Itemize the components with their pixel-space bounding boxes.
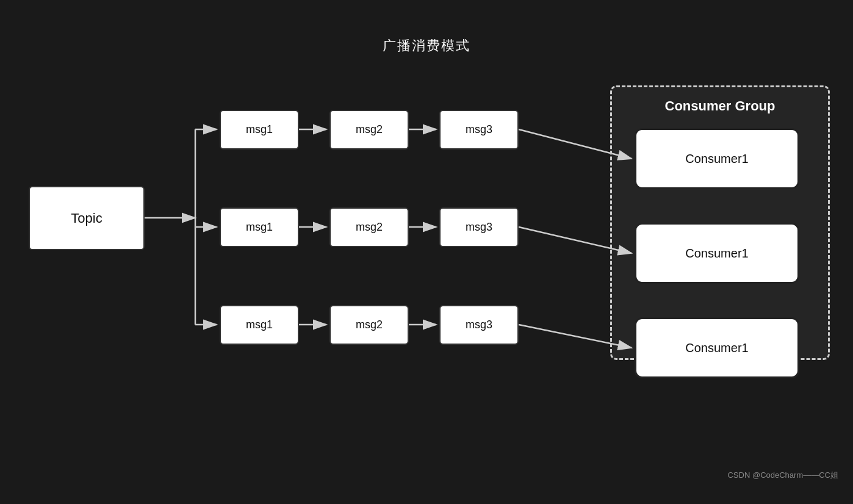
consumer-group-title: Consumer Group bbox=[612, 98, 828, 114]
page-title: 广播消费模式 bbox=[0, 0, 853, 55]
row3-msg3: msg3 bbox=[439, 305, 519, 345]
consumer2-box: Consumer1 bbox=[635, 223, 799, 284]
row1-msg1: msg1 bbox=[220, 110, 299, 149]
diagram: Topic msg1 msg2 msg3 msg1 msg2 msg3 msg1… bbox=[0, 73, 853, 488]
row3-msg2: msg2 bbox=[329, 305, 409, 345]
row2-msg3: msg3 bbox=[439, 207, 519, 247]
row2-msg1: msg1 bbox=[220, 207, 299, 247]
watermark: CSDN @CodeCharm——CC姐 bbox=[727, 470, 838, 481]
topic-box: Topic bbox=[29, 186, 145, 250]
row3-msg1: msg1 bbox=[220, 305, 299, 345]
row1-msg2: msg2 bbox=[329, 110, 409, 149]
consumer1-box: Consumer1 bbox=[635, 128, 799, 189]
row1-msg3: msg3 bbox=[439, 110, 519, 149]
row2-msg2: msg2 bbox=[329, 207, 409, 247]
consumer3-box: Consumer1 bbox=[635, 317, 799, 378]
